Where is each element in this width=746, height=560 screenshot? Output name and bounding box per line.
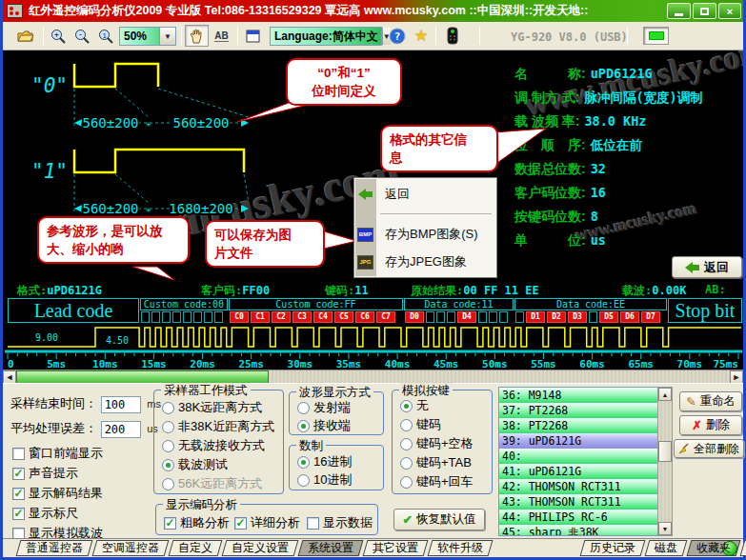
- language-select[interactable]: Language:简体中文 ▼: [270, 27, 382, 46]
- history-scrollbar[interactable]: ▲ ▼: [657, 388, 672, 535]
- back-button[interactable]: 返回: [672, 256, 742, 278]
- help-icon: ?: [389, 28, 406, 45]
- display-option-checkbox[interactable]: ✓声音提示: [12, 465, 78, 482]
- sim-key-radio[interactable]: 键码+空格: [400, 435, 474, 452]
- radio-label: 键码+空格: [416, 435, 474, 452]
- wave-display-radio[interactable]: 接收端: [297, 417, 351, 434]
- zoom-in-button[interactable]: +: [47, 25, 70, 47]
- measure-ab-button[interactable]: AB: [210, 25, 233, 47]
- sim-key-radio[interactable]: 键码+TAB: [400, 454, 472, 471]
- history-list-item[interactable]: 45: sharp 非38K: [499, 525, 657, 536]
- function-tab[interactable]: 其它设置: [365, 540, 426, 556]
- history-list-item[interactable]: 37: PT2268: [499, 403, 657, 418]
- history-list-item[interactable]: 41: uPD6121G: [499, 464, 657, 479]
- history-list-item[interactable]: 43: THOMSON RCT311: [499, 494, 657, 510]
- analysis-checkbox[interactable]: ✓详细分析: [234, 514, 300, 531]
- history-list-item[interactable]: 44: PHILIPS RC-6: [499, 510, 657, 525]
- avg-error-input[interactable]: [101, 421, 141, 438]
- param-row: 客户码位数:16: [514, 181, 743, 205]
- ruler-tick-label: 0: [8, 358, 14, 370]
- history-list-item[interactable]: 38: PT2268: [499, 418, 657, 433]
- radix-radio[interactable]: 16进制: [297, 453, 352, 470]
- status-item: AB:: [705, 283, 726, 296]
- history-scrollbar-thumb[interactable]: [658, 441, 672, 462]
- radio-icon: [297, 456, 310, 469]
- sampler-mode-radio[interactable]: 无载波接收方式: [162, 437, 265, 454]
- function-tab[interactable]: 空调遥控器: [94, 540, 167, 556]
- radio-icon: [162, 421, 174, 433]
- radio-icon: [400, 476, 413, 489]
- status-label: AB:: [705, 283, 726, 296]
- history-scroll-down-button[interactable]: ▼: [658, 522, 672, 535]
- function-tab[interactable]: 系统设置: [300, 540, 361, 556]
- zoom-out-button[interactable]: -: [71, 25, 93, 47]
- history-list-item[interactable]: 36: M9148: [499, 388, 657, 403]
- rename-button[interactable]: ✎ 重命名: [679, 391, 742, 411]
- sim-key-radio[interactable]: 键码+回车: [400, 473, 474, 490]
- analysis-checkbox[interactable]: 显示数据: [307, 514, 373, 531]
- history-list-item[interactable]: 40:: [499, 449, 657, 464]
- sample-end-input[interactable]: [101, 396, 141, 413]
- waveform-scrollbar[interactable]: ◄ ►: [3, 370, 743, 383]
- display-option-checkbox[interactable]: ✓显示标尺: [12, 505, 78, 522]
- source-tab[interactable]: 文件: [742, 540, 746, 556]
- source-tab[interactable]: 历史记录: [582, 540, 643, 556]
- history-list[interactable]: 36: M914837: PT226838: PT226839: uPD6121…: [498, 387, 673, 536]
- display-option-checkbox[interactable]: ✓显示解码结果: [12, 485, 103, 502]
- scrollbar-thumb[interactable]: [16, 370, 269, 384]
- bit1-label: "1": [31, 160, 68, 183]
- minimize-button[interactable]: [667, 3, 691, 19]
- function-tab[interactable]: 普通遥控器: [18, 540, 91, 556]
- callout-bit-timing: “0”和“1” 位时间定义: [286, 58, 402, 106]
- open-file-button[interactable]: [13, 25, 38, 47]
- sampler-mode-radio[interactable]: 38K远距离方式: [162, 399, 262, 416]
- bit-cell-off: [151, 311, 160, 323]
- analysis-checkbox[interactable]: ✓粗略分析: [164, 514, 230, 531]
- delete-all-button[interactable]: 全部删除: [674, 439, 744, 458]
- new-window-button[interactable]: [241, 25, 264, 47]
- callout-ref-wave: 参考波形，是可以放 大、缩小的哟: [37, 216, 190, 264]
- sampler-mode-radio[interactable]: 载波测试: [162, 456, 228, 473]
- checkbox-icon: ✓: [12, 508, 25, 520]
- history-list-item[interactable]: 39: uPD6121G: [499, 433, 657, 449]
- menu-item-back[interactable]: 返回: [354, 183, 496, 206]
- restore-defaults-button[interactable]: ✔ 恢复默认值: [393, 509, 485, 530]
- sampler-mode-radio[interactable]: 非38K近距离方式: [162, 418, 274, 435]
- zoom-reset-button[interactable]: 1: [94, 25, 117, 47]
- ruler-tick-label: 15ms: [141, 358, 167, 370]
- close-button[interactable]: ×: [718, 3, 741, 19]
- function-tab[interactable]: 自定义: [171, 540, 220, 556]
- callout-format-info-tail: [493, 121, 550, 169]
- history-list-item[interactable]: 42: THOMSON RCT311: [499, 479, 657, 494]
- sim-key-radio[interactable]: 键码: [400, 416, 441, 433]
- checkbox-icon: [307, 517, 319, 530]
- function-tab[interactable]: 自定义设置: [224, 540, 296, 556]
- ruler-tick-label: 30ms: [288, 358, 313, 370]
- remote-tool-button[interactable]: [441, 25, 464, 47]
- sample-end-label: 采样结束时间：: [10, 396, 97, 410]
- menu-item-save-bmp[interactable]: BMP 存为BMP图象(S): [354, 223, 496, 246]
- delete-button[interactable]: ✗ 删除: [679, 415, 742, 435]
- zoom-level-select[interactable]: 50% ▼: [119, 27, 176, 46]
- favorites-button[interactable]: ★: [410, 25, 433, 47]
- help-button[interactable]: ?: [386, 25, 409, 47]
- maximize-button[interactable]: [693, 3, 716, 19]
- zoom-one-icon: 1: [98, 29, 113, 44]
- display-option-checkbox[interactable]: 窗口前端显示: [12, 445, 103, 462]
- ab-measure-icon: AB: [214, 30, 228, 42]
- history-scroll-up-button[interactable]: ▲: [658, 388, 672, 401]
- scroll-right-button[interactable]: ►: [730, 370, 743, 384]
- ruler-tick-label: 5ms: [47, 358, 66, 370]
- radix-radio[interactable]: 10进制: [297, 471, 352, 489]
- param-row: 调 制方 式:脉冲间隔(宽度)调制: [514, 86, 743, 110]
- zoom-dropdown-arrow-icon[interactable]: ▼: [159, 28, 175, 45]
- bit-cell-off: [447, 311, 455, 323]
- ruler-tick-label: 55ms: [531, 358, 556, 370]
- menu-item-save-jpeg[interactable]: JPG 存为JPEG图象: [354, 250, 496, 273]
- scroll-left-button[interactable]: ◄: [3, 370, 16, 384]
- wave-display-radio[interactable]: 发射端: [297, 399, 351, 416]
- hand-tool-button[interactable]: [185, 25, 209, 47]
- sim-key-radio[interactable]: 无: [400, 397, 429, 414]
- source-tab[interactable]: 磁盘: [647, 540, 685, 556]
- function-tab[interactable]: 软件升级: [430, 540, 491, 556]
